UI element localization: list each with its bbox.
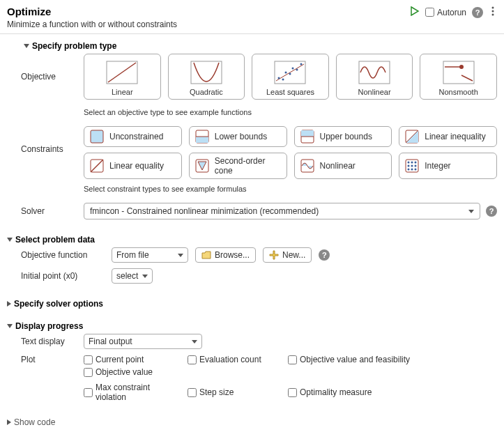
section-title: Specify problem type: [32, 41, 116, 51]
initial-point-value: select: [116, 271, 138, 281]
constraint-linear-equality[interactable]: Linear equality: [84, 153, 182, 179]
plot-check-optimality[interactable]: Optimality measure: [288, 383, 372, 402]
section-header-show-code[interactable]: Show code: [7, 413, 497, 430]
help-icon[interactable]: ?: [472, 7, 483, 18]
constraint-label: Upper bounds: [320, 132, 372, 141]
section-header-solver-options[interactable]: Specify solver options: [7, 295, 497, 311]
autorun-checkbox[interactable]: Autorun: [425, 8, 466, 17]
section-header-problem-data[interactable]: Select problem data: [7, 231, 497, 247]
objective-card-nonsmooth[interactable]: Nonsmooth: [420, 54, 497, 100]
svg-point-44: [411, 169, 413, 171]
svg-rect-21: [91, 130, 103, 143]
objective-card-nonlinear[interactable]: Nonlinear: [336, 54, 413, 100]
chevron-down-icon: [178, 254, 183, 257]
svg-rect-6: [191, 61, 222, 84]
svg-point-13: [292, 68, 294, 70]
chevron-down-icon: [468, 210, 474, 213]
section-problem-data: Select problem data Objective function F…: [0, 228, 504, 292]
run-button[interactable]: [410, 6, 420, 18]
page-subtitle: Minimize a function with or without cons…: [7, 20, 177, 29]
constraint-nonlinear[interactable]: Nonlinear: [294, 153, 392, 179]
section-title: Display progress: [15, 321, 83, 331]
plus-icon: [269, 250, 279, 260]
objective-card-leastsq[interactable]: Least squares: [252, 54, 329, 100]
objective-card-label: Least squares: [255, 88, 326, 96]
new-label: New...: [282, 250, 305, 260]
plot-check-current-point[interactable]: Current point: [84, 355, 178, 364]
section-header-problem-type[interactable]: Specify problem type: [7, 37, 497, 54]
browse-button[interactable]: Browse...: [195, 247, 256, 263]
svg-point-41: [411, 165, 413, 167]
constraints-hint: Select constraint types to see example f…: [84, 185, 497, 193]
help-icon[interactable]: ?: [319, 249, 330, 261]
section-show-code: Show code: [0, 410, 504, 432]
folder-icon: [201, 251, 211, 259]
chevron-down-icon: [142, 275, 148, 278]
header: Optimize Minimize a function with or wit…: [0, 0, 504, 34]
chevron-right-icon: [7, 419, 11, 425]
svg-point-45: [415, 169, 417, 171]
constraint-linear-inequality[interactable]: Linear inequality: [399, 126, 497, 147]
constraint-label: Unconstrained: [109, 132, 163, 141]
svg-point-12: [289, 73, 291, 75]
svg-point-1: [492, 7, 494, 9]
constraint-label: Integer: [425, 161, 450, 171]
objective-hint: Select an objective type to see example …: [84, 108, 497, 116]
objective-function-value: From file: [116, 250, 149, 260]
objective-card-label: Nonsmooth: [423, 88, 494, 96]
plot-check-obj-feas[interactable]: Objective value and feasibility: [288, 355, 420, 364]
page-title: Optimize: [7, 6, 177, 17]
constraint-integer[interactable]: Integer: [399, 153, 497, 179]
constraint-upper-bounds[interactable]: Upper bounds: [294, 126, 392, 147]
constraint-lower-bounds[interactable]: Lower bounds: [189, 126, 287, 147]
objective-card-linear[interactable]: Linear: [84, 54, 161, 100]
svg-point-11: [285, 72, 287, 74]
objective-label: Objective: [7, 72, 77, 82]
section-problem-type: Specify problem type Objective Linear Qu…: [0, 34, 504, 228]
chevron-right-icon: [7, 301, 11, 307]
svg-point-10: [282, 79, 284, 81]
objective-function-select[interactable]: From file: [112, 247, 188, 263]
svg-rect-26: [301, 130, 314, 137]
section-solver-options: Specify solver options: [0, 292, 504, 314]
section-title: Specify solver options: [14, 299, 103, 309]
svg-point-2: [492, 10, 494, 13]
solver-select[interactable]: fmincon - Constrained nonlinear minimiza…: [84, 203, 480, 219]
chevron-down-icon: [24, 44, 29, 48]
svg-rect-17: [443, 61, 474, 84]
text-display-select[interactable]: Final output: [84, 334, 202, 349]
section-title: Select problem data: [15, 235, 95, 245]
section-header-display-progress[interactable]: Display progress: [7, 317, 497, 334]
initial-point-select[interactable]: select: [112, 268, 153, 284]
svg-marker-0: [411, 7, 418, 15]
objective-card-label: Linear: [87, 88, 158, 96]
svg-point-19: [459, 65, 464, 69]
svg-point-3: [492, 14, 494, 16]
constraint-label: Nonlinear: [320, 161, 356, 171]
solver-label: Solver: [7, 206, 77, 216]
plot-check-obj-val[interactable]: Objective value: [84, 367, 153, 377]
solver-value: fmincon - Constrained nonlinear minimiza…: [90, 206, 319, 216]
help-icon[interactable]: ?: [486, 206, 497, 217]
constraint-label: Linear equality: [109, 161, 164, 171]
svg-point-40: [408, 165, 410, 167]
plot-check-step-size[interactable]: Step size: [188, 383, 278, 402]
svg-rect-23: [196, 137, 208, 143]
autorun-label: Autorun: [437, 8, 466, 17]
svg-point-38: [411, 162, 413, 164]
autorun-input[interactable]: [425, 8, 434, 17]
svg-marker-34: [198, 162, 206, 170]
section-display-progress: Display progress Text display Final outp…: [0, 314, 504, 410]
constraint-second-order-cone[interactable]: Second-order cone: [189, 153, 287, 179]
svg-line-20: [461, 75, 473, 81]
plot-check-eval-count[interactable]: Evaluation count: [188, 355, 278, 364]
objective-card-quadratic[interactable]: Quadratic: [168, 54, 245, 100]
objective-function-label: Objective function: [7, 250, 105, 260]
more-menu-icon[interactable]: [489, 6, 497, 19]
new-button[interactable]: New...: [263, 247, 312, 263]
constraint-unconstrained[interactable]: Unconstrained: [84, 126, 182, 147]
svg-point-15: [300, 63, 303, 65]
plot-check-max-viol[interactable]: Max constraint violation: [84, 383, 178, 402]
svg-point-14: [296, 69, 298, 71]
initial-point-label: Initial point (x0): [7, 271, 105, 281]
